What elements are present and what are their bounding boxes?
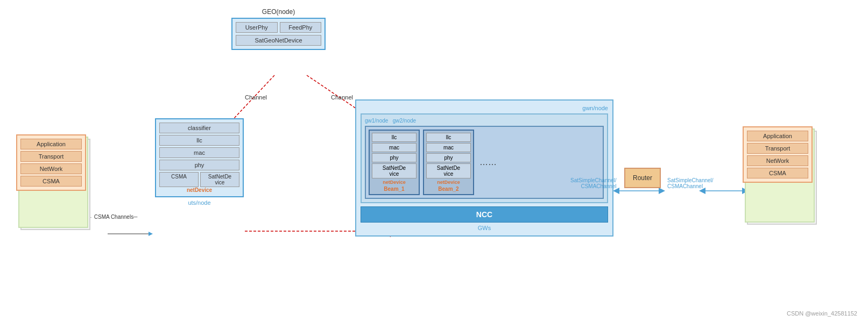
satsimple-right-label: SatSimpleChannel/CSMAChannel (667, 177, 714, 189)
users-left-container: Application Transport NetWork CSMA users… (16, 134, 86, 199)
users-right-csma: CSMA (747, 168, 808, 178)
channel-label-left: Channel (245, 94, 267, 101)
uts-classifier: classifier (159, 123, 239, 133)
users-right-container: Application Transport NetWork CSMA users (743, 126, 813, 191)
beam2-phy: phy (426, 153, 471, 162)
gw1-outer-box: llc mac phy SatNetDevice netDevice Beam_… (365, 126, 604, 199)
geo-node-label: GEO(node) (231, 8, 326, 16)
beam1-box: llc mac phy SatNetDevice netDevice Beam_… (369, 130, 420, 195)
users-left-application: Application (20, 139, 82, 149)
users-left-transport: Transport (20, 151, 82, 162)
ncc-box: NCC (361, 206, 608, 223)
dots-separator: …… (477, 130, 497, 195)
users-left-network: NetWork (20, 163, 82, 174)
geo-satgeonetdevice: SatGeoNetDevice (236, 35, 321, 46)
beam1-netdevice: netDevice (372, 180, 417, 185)
uts-mac: mac (159, 147, 239, 158)
geo-top-row: UserPhy FeedPhy (236, 22, 321, 33)
uts-netdevice-label: netDevice (159, 187, 239, 193)
beam2-box: llc mac phy SatNetDevice netDevice Beam_… (423, 130, 474, 195)
geo-userphy: UserPhy (236, 22, 278, 33)
users-right-network: NetWork (747, 155, 808, 166)
satsimple-left-label: SatSimpleChannel/CSMAChannel (570, 177, 617, 189)
uts-bottom-row: CSMA SatNetDevice (159, 172, 239, 187)
beam2-satnetdevice: SatNetDevice (426, 163, 471, 178)
beam1-mac: mac (372, 143, 417, 152)
users-left-csma: CSMA (20, 176, 82, 187)
uts-phy: phy (159, 160, 239, 170)
geo-node: GEO(node) UserPhy FeedPhy SatGeoNetDevic… (231, 8, 326, 50)
uts-llc: llc (159, 135, 239, 146)
gwn-inner: gw1/node gw2/node llc mac phy SatNetDevi… (361, 113, 608, 203)
users-right-transport: Transport (747, 143, 808, 154)
uts-box: classifier llc mac phy CSMA SatNetDevice… (155, 118, 244, 197)
csdn-watermark: CSDN @weixin_42581152 (787, 310, 857, 317)
beam1-llc: llc (372, 133, 417, 142)
users-right-box: Application Transport NetWork CSMA (743, 126, 813, 183)
beam2-label: Beam_2 (426, 186, 471, 192)
uts-csma: CSMA (159, 172, 199, 187)
uts-satnetdevice: SatNetDevice (200, 172, 239, 187)
geo-feedphy: FeedPhy (280, 22, 322, 33)
beam1-satnetdevice: SatNetDevice (372, 163, 417, 178)
users-right-application: Application (747, 131, 808, 141)
gws-label: GWs (361, 225, 608, 231)
gwn-label: gwn/node (361, 105, 608, 111)
router-box: Router (624, 168, 661, 188)
channel-label-right: Channel (331, 94, 353, 101)
beam2-llc: llc (426, 133, 471, 142)
beam2-netdevice: netDevice (426, 180, 471, 185)
gws-container: gwn/node gw1/node gw2/node llc mac phy S… (355, 99, 613, 237)
beam2-mac: mac (426, 143, 471, 152)
gw1-label: gw1/node gw2/node (365, 118, 604, 124)
diagram-container: GEO(node) UserPhy FeedPhy SatGeoNetDevic… (0, 0, 868, 322)
users-left-box: Application Transport NetWork CSMA (16, 134, 86, 191)
csma-channels-label: ← CSMA Channels─ (87, 214, 137, 220)
uts-node-label: uts/node (155, 199, 244, 206)
beams-row: llc mac phy SatNetDevice netDevice Beam_… (369, 130, 600, 195)
geo-box: UserPhy FeedPhy SatGeoNetDevice (231, 18, 326, 50)
uts-node-container: classifier llc mac phy CSMA SatNetDevice… (155, 118, 244, 206)
beam1-phy: phy (372, 153, 417, 162)
beam1-label: Beam_1 (372, 186, 417, 192)
